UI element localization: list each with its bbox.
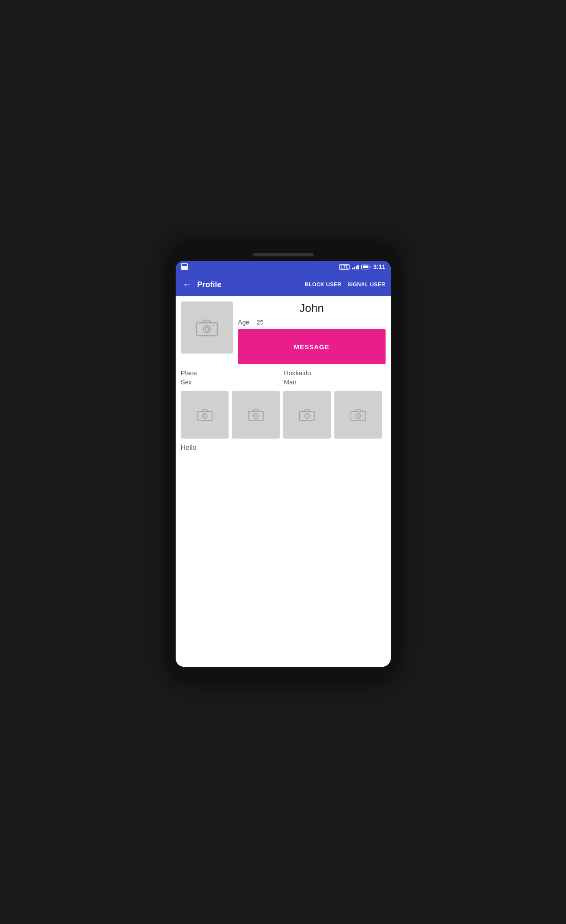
svg-point-8 (253, 413, 258, 418)
svg-rect-4 (197, 411, 212, 420)
photo-thumb-2[interactable] (232, 391, 280, 439)
phone-notch (253, 253, 314, 256)
phone-frame: LTE 3:11 ← Profile (170, 245, 396, 679)
page-title: Profile (197, 280, 301, 289)
profile-main-photo[interactable] (181, 301, 233, 354)
sex-value: Man (284, 378, 386, 386)
battery-icon (361, 265, 370, 269)
svg-point-9 (255, 415, 257, 417)
signal-bar-3 (356, 266, 357, 269)
signal-bar-4 (357, 265, 359, 269)
status-bar: LTE 3:11 (176, 261, 391, 273)
app-bar-actions: BLOCK USER SIGNAL USER (305, 282, 386, 288)
svg-point-14 (356, 413, 360, 418)
status-bar-right: LTE 3:11 (339, 263, 385, 270)
svg-point-12 (306, 415, 308, 417)
svg-point-15 (357, 415, 360, 417)
profile-name: John (238, 301, 386, 315)
svg-rect-7 (248, 411, 263, 420)
clock: 3:11 (373, 263, 385, 270)
photo-grid (181, 391, 386, 439)
battery-body (361, 265, 369, 269)
phone-screen: LTE 3:11 ← Profile (176, 261, 391, 667)
lte-badge: LTE (339, 264, 350, 270)
signal-bar-2 (354, 267, 355, 269)
svg-rect-3 (212, 324, 215, 326)
svg-point-6 (203, 415, 206, 417)
profile-content: John Age 25 MESSAGE Place Hokkaido Sex M… (176, 296, 391, 667)
age-value: 25 (256, 318, 264, 326)
sim-icon (181, 263, 188, 270)
sex-label: Sex (181, 378, 282, 386)
signal-bars (352, 264, 359, 269)
svg-rect-10 (299, 411, 314, 420)
photo-thumb-3[interactable] (283, 391, 331, 439)
place-value: Hokkaido (284, 369, 386, 377)
bio-text: Hello (181, 444, 386, 452)
camera-icon-3 (299, 408, 315, 421)
back-button[interactable]: ← (181, 277, 194, 292)
app-bar: ← Profile BLOCK USER SIGNAL USER (176, 273, 391, 296)
svg-point-11 (304, 413, 309, 418)
signal-bar-1 (352, 268, 353, 269)
svg-point-2 (205, 328, 209, 331)
profile-info: John Age 25 MESSAGE (238, 301, 386, 364)
block-user-button[interactable]: BLOCK USER (305, 282, 341, 288)
svg-point-5 (202, 413, 207, 418)
profile-details: Place Hokkaido Sex Man (181, 369, 386, 386)
photo-thumb-4[interactable] (334, 391, 382, 439)
message-button[interactable]: MESSAGE (238, 329, 386, 364)
signal-user-button[interactable]: SIGNAL USER (347, 282, 385, 288)
age-label: Age (238, 318, 250, 326)
battery-fill (363, 265, 368, 268)
photo-thumb-1[interactable] (181, 391, 229, 439)
svg-point-1 (203, 326, 210, 333)
camera-icon (196, 318, 218, 337)
svg-rect-13 (350, 411, 365, 420)
status-bar-left (181, 263, 188, 270)
place-label: Place (181, 369, 282, 377)
profile-header: John Age 25 MESSAGE (181, 301, 386, 364)
battery-cap (370, 266, 370, 268)
profile-age-row: Age 25 (238, 318, 386, 326)
camera-icon-1 (196, 408, 213, 421)
camera-icon-2 (248, 408, 264, 421)
camera-icon-4 (350, 408, 366, 421)
